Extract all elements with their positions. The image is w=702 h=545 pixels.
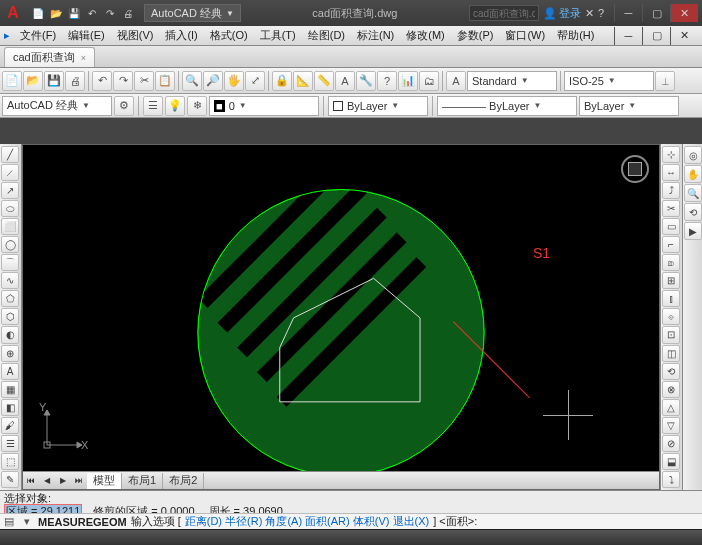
mod-erase-icon[interactable]: ⊹ xyxy=(662,146,680,163)
tb-extents-icon[interactable]: ⤢ xyxy=(245,71,265,91)
draw-gradient-icon[interactable]: ◧ xyxy=(1,399,19,416)
qat-new-icon[interactable]: 📄 xyxy=(30,5,46,21)
command-recent-icon[interactable]: ▾ xyxy=(20,515,34,529)
menu-window[interactable]: 窗口(W) xyxy=(499,27,551,45)
qat-print-icon[interactable]: 🖨 xyxy=(120,5,136,21)
nav-orbit-icon[interactable]: ⟲ xyxy=(684,203,702,221)
draw-table-icon[interactable]: ☰ xyxy=(1,435,19,452)
nav-pan-icon[interactable]: ✋ xyxy=(684,165,702,183)
color-combo[interactable]: ByLayer ▼ xyxy=(328,96,428,116)
tb-redo-icon[interactable]: ↷ xyxy=(113,71,133,91)
nav-steering-icon[interactable]: ◎ xyxy=(684,146,702,164)
draw-text-icon[interactable]: A xyxy=(1,363,19,380)
menu-help[interactable]: 帮助(H) xyxy=(551,27,600,45)
doc-tab-close-icon[interactable]: × xyxy=(81,53,86,63)
menu-format[interactable]: 格式(O) xyxy=(204,27,254,45)
nav-zoom-icon[interactable]: 🔍 xyxy=(684,184,702,202)
tb-open-icon[interactable]: 📂 xyxy=(23,71,43,91)
draw-xline-icon[interactable]: ⟋ xyxy=(1,164,19,181)
draw-point-icon[interactable]: ⬚ xyxy=(1,453,19,470)
draw-circle-icon[interactable]: ◯ xyxy=(1,236,19,253)
draw-hatch-icon[interactable]: ▦ xyxy=(1,381,19,398)
menu-param[interactable]: 参数(P) xyxy=(451,27,500,45)
layout-nav-first-icon[interactable]: ⏮ xyxy=(23,474,39,488)
tb-zoom-out-icon[interactable]: 🔎 xyxy=(203,71,223,91)
qat-open-icon[interactable]: 📂 xyxy=(48,5,64,21)
draw-ellipse-icon[interactable]: ⬠ xyxy=(1,290,19,307)
mod-offset-icon[interactable]: ✂ xyxy=(662,200,680,217)
mod-editpl-icon[interactable]: ⤵ xyxy=(662,471,680,488)
draw-insert-icon[interactable]: ◐ xyxy=(1,326,19,343)
draw-spline-icon[interactable]: ∿ xyxy=(1,272,19,289)
tb-sheet-icon[interactable]: 📊 xyxy=(398,71,418,91)
mod-move-icon[interactable]: ⌐ xyxy=(662,236,680,253)
tb-help-icon[interactable]: ? xyxy=(377,71,397,91)
mod-copy-icon[interactable]: ↔ xyxy=(662,164,680,181)
layout-nav-prev-icon[interactable]: ◀ xyxy=(39,474,55,488)
maximize-button[interactable]: ▢ xyxy=(642,4,670,22)
layer-combo[interactable]: ■ 0 ▼ xyxy=(209,96,319,116)
mod-stretch-icon[interactable]: ⫿ xyxy=(662,290,680,307)
tb-pan-icon[interactable]: 🖐 xyxy=(224,71,244,91)
layer-freeze-icon[interactable]: ❄ xyxy=(187,96,207,116)
workspace-switcher[interactable]: AutoCAD 经典 ▼ xyxy=(144,4,241,22)
mod-mirror-icon[interactable]: ⤴ xyxy=(662,182,680,199)
tb-text-icon[interactable]: A xyxy=(335,71,355,91)
menu-tools[interactable]: 工具(T) xyxy=(254,27,302,45)
doc-close-button[interactable]: ✕ xyxy=(670,27,698,45)
tb-props-icon[interactable]: 🗂 xyxy=(419,71,439,91)
draw-arc-icon[interactable]: ⌒ xyxy=(1,254,19,271)
layout-tab-layout2[interactable]: 布局2 xyxy=(163,473,204,489)
draw-pline-icon[interactable]: ↗ xyxy=(1,182,19,199)
menu-dim[interactable]: 标注(N) xyxy=(351,27,400,45)
qat-save-icon[interactable]: 💾 xyxy=(66,5,82,21)
mod-explode-icon[interactable]: ▽ xyxy=(662,417,680,434)
qat-redo-icon[interactable]: ↷ xyxy=(102,5,118,21)
qat-undo-icon[interactable]: ↶ xyxy=(84,5,100,21)
tb-dim-icon[interactable]: 📐 xyxy=(293,71,313,91)
app-logo[interactable]: A xyxy=(0,0,26,26)
tb-lock-icon[interactable]: 🔒 xyxy=(272,71,292,91)
menu-edit[interactable]: 编辑(E) xyxy=(62,27,111,45)
sign-in-button[interactable]: 👤 登录 xyxy=(543,6,581,21)
mod-align-icon[interactable]: ⊘ xyxy=(662,435,680,452)
mod-scale-icon[interactable]: ⊞ xyxy=(662,272,680,289)
drawing-canvas[interactable]: S1 X Y xyxy=(23,145,659,471)
draw-rect-icon[interactable]: ⬜ xyxy=(1,218,19,235)
document-tab[interactable]: cad面积查询 × xyxy=(4,47,95,67)
tb-undo-icon[interactable]: ↶ xyxy=(92,71,112,91)
minimize-button[interactable]: ─ xyxy=(614,4,642,22)
mod-lengthen-icon[interactable]: ⬓ xyxy=(662,453,680,470)
mod-break-icon[interactable]: ◫ xyxy=(662,345,680,362)
exchange-icon[interactable]: ✕ xyxy=(585,7,594,20)
draw-line-icon[interactable]: ╱ xyxy=(1,146,19,163)
mod-extend-icon[interactable]: ⊡ xyxy=(662,326,680,343)
tb-zoom-in-icon[interactable]: 🔍 xyxy=(182,71,202,91)
help-search-input[interactable] xyxy=(469,5,539,21)
tb-tools-icon[interactable]: 🔧 xyxy=(356,71,376,91)
layout-nav-next-icon[interactable]: ▶ xyxy=(55,474,71,488)
menu-draw[interactable]: 绘图(D) xyxy=(302,27,351,45)
help-icon[interactable]: ? xyxy=(598,7,604,19)
nav-showmotion-icon[interactable]: ▶ xyxy=(684,222,702,240)
layout-nav-last-icon[interactable]: ⏭ xyxy=(71,474,87,488)
linetype-combo[interactable]: ———— ByLayer ▼ xyxy=(437,96,577,116)
viewcube[interactable] xyxy=(621,155,649,183)
menu-insert[interactable]: 插入(I) xyxy=(159,27,203,45)
draw-region-icon[interactable]: 🖌 xyxy=(1,417,19,434)
doc-minimize-button[interactable]: ─ xyxy=(614,27,642,45)
mod-join-icon[interactable]: ⟲ xyxy=(662,363,680,380)
text-style-combo[interactable]: Standard ▼ xyxy=(467,71,557,91)
menu-view[interactable]: 视图(V) xyxy=(111,27,160,45)
tb-cut-icon[interactable]: ✂ xyxy=(134,71,154,91)
tb-save-icon[interactable]: 💾 xyxy=(44,71,64,91)
tb-paste-icon[interactable]: 📋 xyxy=(155,71,175,91)
workspace-combo[interactable]: AutoCAD 经典 ▼ xyxy=(2,96,112,116)
tb-measure-icon[interactable]: 📏 xyxy=(314,71,334,91)
tb-new-icon[interactable]: 📄 xyxy=(2,71,22,91)
layout-tab-layout1[interactable]: 布局1 xyxy=(122,473,163,489)
draw-revcloud-icon[interactable]: ✎ xyxy=(1,471,19,488)
mod-fillet-icon[interactable]: △ xyxy=(662,399,680,416)
close-button[interactable]: ✕ xyxy=(670,4,698,22)
draw-block-icon[interactable]: ⊕ xyxy=(1,345,19,362)
